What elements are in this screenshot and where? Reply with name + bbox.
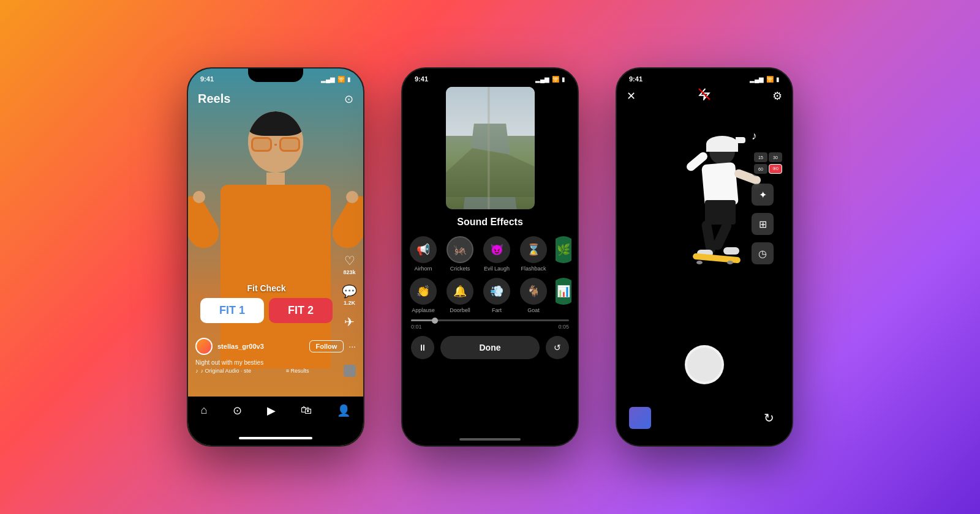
settings-icon[interactable]: ⚙ (772, 89, 782, 103)
effect-applause[interactable]: 👏 Applause (409, 278, 438, 313)
refresh-icon: ↺ (554, 343, 561, 352)
effect-doorbell[interactable]: 🔔 Doorbell (445, 278, 475, 313)
follow-button[interactable]: Follow (309, 340, 344, 352)
shutter-button[interactable] (685, 345, 724, 384)
poll-container: Fit Check FIT 1 FIT 2 (200, 283, 333, 323)
share-action[interactable]: ✈ (344, 315, 355, 329)
doorbell-label: Doorbell (450, 307, 470, 313)
timer-button[interactable]: ◷ (752, 242, 774, 264)
transform-button[interactable]: ✦ (752, 184, 774, 206)
right-toolbar: ♪ 15 30 60 ⑨0 ✦ ⊞ ◷ (752, 130, 785, 264)
poll-option-1[interactable]: FIT 1 (200, 298, 264, 323)
comment-action[interactable]: 💬 1.2K (342, 284, 357, 306)
crickets-icon: 🦗 (447, 236, 473, 263)
shop-icon: 🛍 (301, 404, 312, 417)
heart-icon: ♡ (344, 253, 355, 268)
flash-icon[interactable] (698, 88, 710, 103)
applause-label: Applause (412, 307, 435, 313)
music-button[interactable]: ♪ (752, 130, 785, 143)
goat-icon: 🐐 (520, 278, 547, 305)
like-action[interactable]: ♡ 823k (343, 253, 355, 275)
battery-icon-2: ▮ (562, 76, 565, 83)
status-time-1: 9:41 (200, 75, 214, 83)
poll-buttons: FIT 1 FIT 2 (200, 298, 333, 323)
nav-reels[interactable]: ▶ (267, 404, 276, 417)
pause-button[interactable]: ⏸ (411, 336, 434, 359)
effects-row-1: 📢 Airhorn 🦗 Crickets 😈 Evil Laugh ⌛ Flas… (402, 236, 578, 272)
effect-evil-laugh[interactable]: 😈 Evil Laugh (482, 236, 511, 272)
speed-controls: 15 30 60 ⑨0 (752, 150, 785, 176)
status-time-2: 9:41 (415, 75, 428, 83)
effect-goat[interactable]: 🐐 Goat (519, 278, 548, 313)
more-effect-icon: 🌿 (556, 236, 571, 263)
goat-label: Goat (527, 307, 540, 313)
music-note-icon: ♪ (195, 368, 198, 374)
nav-shop[interactable]: 🛍 (301, 404, 312, 417)
effect-flashback[interactable]: ⌛ Flashback (519, 236, 548, 272)
more-icon[interactable]: ··· (349, 341, 356, 351)
wifi-icon-1: 🛜 (337, 76, 345, 83)
phone1-bg (188, 69, 363, 445)
wifi-icon-3: 🛜 (766, 76, 774, 83)
status-icons-3: ▂▄▆ 🛜 ▮ (750, 76, 780, 83)
progress-container: 0:01 0:05 (402, 319, 578, 330)
side-actions: ♡ 823k 💬 1.2K ✈ (342, 253, 357, 329)
section-title: Sound Effects (402, 217, 578, 228)
done-button[interactable]: Done (440, 336, 540, 359)
username[interactable]: stellas_gr00v3 (217, 343, 304, 350)
bottom-nav: ⌂ ⊙ ▶ 🛍 👤 (188, 397, 363, 445)
close-icon[interactable]: ✕ (627, 89, 636, 103)
nav-profile[interactable]: 👤 (337, 404, 350, 417)
poll-option-2[interactable]: FIT 2 (269, 298, 333, 323)
effect-more-2[interactable]: 📊 (556, 278, 571, 313)
battery-icon-1: ▮ (347, 76, 351, 83)
like-count: 823k (343, 269, 355, 275)
nav-home[interactable]: ⌂ (201, 404, 208, 417)
effect-crickets[interactable]: 🦗 Crickets (445, 236, 475, 272)
camera-icon[interactable]: ⊙ (344, 92, 353, 106)
fart-label: Fart (492, 307, 502, 313)
search-icon: ⊙ (233, 404, 242, 417)
speed-60[interactable]: 60 (754, 164, 767, 174)
refresh-button[interactable]: ↺ (546, 336, 569, 359)
nav-search[interactable]: ⊙ (233, 404, 242, 417)
speed-30[interactable]: 30 (769, 152, 782, 162)
gallery-thumbnail[interactable] (629, 407, 651, 429)
pause-icon: ⏸ (418, 343, 427, 352)
applause-icon: 👏 (410, 278, 437, 305)
progress-thumb[interactable] (432, 318, 438, 324)
results-label: ≡ Results (286, 368, 309, 374)
camera-top-bar: ✕ ⚙ (617, 88, 792, 103)
home-icon: ⌂ (201, 404, 208, 417)
flip-icon: ↻ (764, 411, 774, 425)
progress-track[interactable] (411, 319, 569, 321)
flip-camera-button[interactable]: ↻ (758, 407, 780, 429)
done-label: Done (480, 343, 501, 352)
results-button[interactable]: ≡ Results (286, 368, 309, 374)
battery-icon-3: ▮ (776, 76, 780, 83)
phone2-screen: 9:41 ▂▄▆ 🛜 ▮ Sound Effects 📢 Airhorn (402, 87, 578, 359)
layout-button[interactable]: ⊞ (752, 213, 774, 235)
results-avatar (344, 365, 356, 377)
shutter-area (685, 345, 724, 384)
speed-90-active[interactable]: ⑨0 (769, 164, 782, 174)
time-start: 0:01 (411, 324, 422, 330)
wifi-icon-2: 🛜 (552, 76, 559, 83)
effect-more-1[interactable]: 🌿 (556, 236, 571, 272)
speed-15[interactable]: 15 (754, 152, 767, 162)
time-end: 0:05 (558, 324, 569, 330)
reels-title: Reels (198, 92, 230, 106)
audio-bar: ♪ ♪ Original Audio · ste ≡ Results (195, 365, 356, 377)
audio-info[interactable]: ♪ ♪ Original Audio · ste (195, 368, 251, 374)
effect-airhorn[interactable]: 📢 Airhorn (409, 236, 438, 272)
effect-fart[interactable]: 💨 Fart (482, 278, 511, 313)
sound-bottom-controls: ⏸ Done ↺ (402, 330, 578, 359)
evil-laugh-icon: 😈 (483, 236, 510, 263)
plot-icon: 📊 (556, 278, 571, 305)
signal-icon-2: ▂▄▆ (535, 76, 549, 83)
notch-2 (462, 69, 518, 82)
user-avatar[interactable] (195, 338, 213, 355)
poll-title: Fit Check (200, 283, 333, 293)
video-bg (446, 87, 535, 209)
notch-1 (248, 69, 303, 82)
